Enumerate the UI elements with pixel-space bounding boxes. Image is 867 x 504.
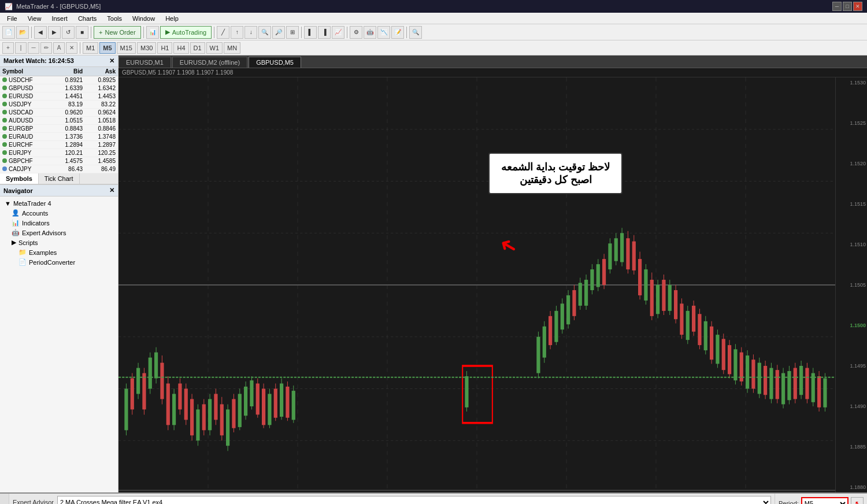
settings-icon[interactable]: ⚙: [350, 26, 362, 39]
tab-gbpusd-m5[interactable]: GBPUSD,M5: [249, 57, 301, 68]
bid-cell: 120.21: [52, 149, 85, 157]
zoom-out-icon[interactable]: 🔎: [272, 26, 285, 39]
nav-metatrader4[interactable]: ▼ MetaTrader 4: [0, 199, 118, 208]
menu-view[interactable]: View: [23, 14, 46, 23]
zoom-in-icon[interactable]: 🔍: [258, 26, 271, 39]
candlestick-icon[interactable]: ▐: [318, 26, 331, 39]
close-button[interactable]: ✕: [853, 2, 862, 11]
maximize-button[interactable]: □: [843, 2, 852, 11]
period-m15[interactable]: M15: [117, 42, 136, 54]
left-panel: Market Watch: 16:24:53 ✕ Symbol Bid Ask …: [0, 55, 118, 492]
grid-icon[interactable]: ⊞: [286, 26, 299, 39]
nav-ea-icon: 🤖: [12, 229, 20, 236]
period-mn[interactable]: MN: [224, 42, 240, 54]
autotrading-button[interactable]: ▶ AutoTrading: [160, 26, 212, 39]
tab-eurusd-m1[interactable]: EURUSD,M1: [118, 57, 171, 68]
period-h1[interactable]: H1: [157, 42, 172, 54]
new-button[interactable]: 📄: [2, 26, 15, 39]
symbol-cell: GBPUSD: [0, 84, 52, 92]
period-row: Period: M5 M1 M15 M30 H1 ↖: [779, 497, 864, 504]
back-button[interactable]: ◀: [34, 26, 47, 39]
symbol-cell: USDCHF: [0, 76, 52, 84]
open-button[interactable]: 📂: [16, 26, 29, 39]
script-icon[interactable]: 📝: [391, 26, 404, 39]
linechart-icon[interactable]: 📈: [332, 26, 344, 39]
text-icon[interactable]: A: [53, 42, 65, 54]
nav-accounts[interactable]: 👤 Accounts: [0, 208, 118, 218]
bar-chart-icon[interactable]: ▌: [304, 26, 317, 39]
ea-label: Expert Advisor: [13, 499, 54, 504]
chart-bar[interactable]: 📊: [146, 26, 159, 39]
menu-insert[interactable]: Insert: [47, 14, 72, 23]
line-icon[interactable]: |: [15, 42, 27, 54]
period-m30[interactable]: M30: [137, 42, 156, 54]
period-select[interactable]: M5 M1 M15 M30 H1: [801, 497, 849, 504]
menu-help[interactable]: Help: [161, 14, 183, 23]
nav-scripts[interactable]: ▶ Scripts: [0, 238, 118, 247]
stop-button[interactable]: ■: [76, 26, 88, 39]
menu-charts[interactable]: Charts: [73, 14, 101, 23]
forward-button[interactable]: ▶: [48, 26, 61, 39]
price-label-9: 1.1490: [837, 403, 866, 409]
trendline-icon[interactable]: ╱: [217, 26, 229, 39]
arrow-up-icon[interactable]: ↑: [231, 26, 243, 39]
market-watch-row[interactable]: USDCHF 0.8921 0.8925: [0, 76, 118, 84]
menu-file[interactable]: File: [2, 14, 22, 23]
minus-icon[interactable]: ─: [28, 42, 39, 54]
indicators-icon[interactable]: 📉: [377, 26, 390, 39]
refresh-button[interactable]: ↺: [62, 26, 75, 39]
menu-tools[interactable]: Tools: [102, 14, 127, 23]
price-label-6: 1.1505: [837, 282, 866, 288]
side-toggle[interactable]: ⟨: [0, 494, 9, 504]
title-bar-controls[interactable]: ─ □ ✕: [832, 2, 862, 11]
draw-icon[interactable]: ✏: [40, 42, 52, 54]
period-w1[interactable]: W1: [206, 42, 223, 54]
market-watch-row[interactable]: EURCHF 1.2894 1.2897: [0, 141, 118, 149]
market-watch-row[interactable]: EURAUD 1.3736 1.3748: [0, 133, 118, 141]
period-h4[interactable]: H4: [173, 42, 188, 54]
market-watch-row[interactable]: GBPUSD 1.6339 1.6342: [0, 84, 118, 92]
menu-window[interactable]: Window: [128, 14, 160, 23]
tab-eurusd-m2[interactable]: EURUSD,M2 (offline): [172, 57, 247, 68]
nav-expert-advisors[interactable]: 🤖 Expert Advisors: [0, 228, 118, 238]
symbol-cell: USDCAD: [0, 109, 52, 117]
mw-close-icon[interactable]: ✕: [109, 57, 114, 65]
chart-svg: 21 Aug 2017 17:52 18:08 18:24 18:40 18:5…: [118, 77, 835, 492]
nav-examples[interactable]: 📁 Examples: [0, 247, 118, 257]
market-watch-row[interactable]: EURUSD 1.4451 1.4453: [0, 92, 118, 101]
delete-icon[interactable]: ✕: [66, 42, 77, 54]
tab-tick-chart[interactable]: Tick Chart: [39, 173, 80, 184]
col-ask: Ask: [85, 67, 118, 76]
market-watch-row[interactable]: GBPCHF 1.4575 1.4585: [0, 157, 118, 165]
crosshair-icon[interactable]: +: [2, 42, 14, 54]
period-m1[interactable]: M1: [83, 42, 98, 54]
backtesting-main: Expert Advisor 2 MA Crosses Mega filter …: [9, 494, 775, 504]
period-cursor-button[interactable]: ↖: [851, 497, 864, 504]
main-chart[interactable]: 21 Aug 2017 17:52 18:08 18:24 18:40 18:5…: [118, 77, 835, 492]
nav-period-converter[interactable]: 📄 PeriodConverter: [0, 257, 118, 267]
symbol-cell: USDJPY: [0, 101, 52, 109]
nav-close-icon[interactable]: ✕: [109, 187, 114, 194]
period-d1[interactable]: D1: [190, 42, 205, 54]
minimize-button[interactable]: ─: [832, 2, 842, 11]
market-watch-row[interactable]: USDJPY 83.19 83.22: [0, 101, 118, 109]
search-icon[interactable]: 🔍: [409, 26, 422, 39]
period-m5[interactable]: M5: [99, 42, 115, 54]
market-watch-row[interactable]: EURGBP 0.8843 0.8846: [0, 125, 118, 133]
ea-select[interactable]: 2 MA Crosses Mega filter EA V1.ex4: [57, 496, 771, 504]
expert-icon[interactable]: 🤖: [364, 26, 376, 39]
new-order-button[interactable]: + New Order: [94, 26, 141, 39]
nav-scripts-icon: ▶: [12, 239, 16, 246]
arrow-down-icon[interactable]: ↓: [244, 26, 257, 39]
market-watch-row[interactable]: CADJPY 86.43 86.49: [0, 165, 118, 173]
backtest-row1: Expert Advisor 2 MA Crosses Mega filter …: [9, 494, 775, 504]
market-watch-row[interactable]: EURJPY 120.21 120.25: [0, 149, 118, 157]
price-label-3: 1.1520: [837, 161, 866, 166]
market-watch-body: USDCHF 0.8921 0.8925 GBPUSD 1.6339 1.634…: [0, 76, 118, 173]
chart-area: EURUSD,M1 EURUSD,M2 (offline) GBPUSD,M5 …: [118, 55, 867, 492]
tab-symbols[interactable]: Symbols: [0, 173, 39, 184]
market-watch-row[interactable]: AUDUSD 1.0515 1.0518: [0, 117, 118, 125]
market-watch-title: Market Watch: 16:24:53: [3, 57, 74, 65]
nav-indicators[interactable]: 📊 Indicators: [0, 218, 118, 228]
market-watch-row[interactable]: USDCAD 0.9620 0.9624: [0, 109, 118, 117]
